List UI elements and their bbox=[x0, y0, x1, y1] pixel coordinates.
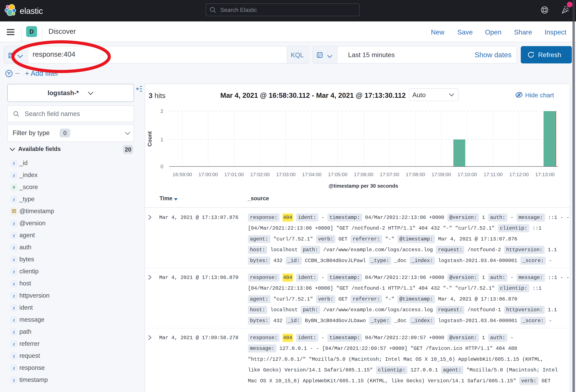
svg-text:@timestamp per 30 seconds: @timestamp per 30 seconds bbox=[329, 183, 398, 189]
svg-text:0: 0 bbox=[161, 164, 163, 169]
svg-text:17:12:00: 17:12:00 bbox=[509, 172, 529, 177]
svg-text:17:04:00: 17:04:00 bbox=[302, 172, 321, 177]
svg-text:17:05:00: 17:05:00 bbox=[328, 172, 347, 177]
svg-text:17:08:00: 17:08:00 bbox=[406, 172, 425, 177]
svg-text:17:11:00: 17:11:00 bbox=[484, 172, 503, 177]
svg-text:17:07:00: 17:07:00 bbox=[380, 172, 399, 177]
svg-text:16:59:00: 16:59:00 bbox=[173, 172, 192, 177]
svg-text:17:13:00: 17:13:00 bbox=[535, 172, 554, 177]
svg-text:17:09:00: 17:09:00 bbox=[432, 172, 451, 177]
svg-text:Count: Count bbox=[147, 131, 153, 146]
svg-text:17:00:00: 17:00:00 bbox=[199, 172, 218, 177]
svg-text:17:01:00: 17:01:00 bbox=[224, 172, 244, 177]
svg-text:17:03:00: 17:03:00 bbox=[276, 172, 295, 177]
svg-text:1: 1 bbox=[161, 137, 163, 142]
svg-text:17:10:00: 17:10:00 bbox=[458, 172, 477, 177]
svg-text:2: 2 bbox=[161, 108, 163, 114]
svg-text:17:06:00: 17:06:00 bbox=[354, 172, 373, 177]
svg-text:17:02:00: 17:02:00 bbox=[250, 172, 270, 177]
